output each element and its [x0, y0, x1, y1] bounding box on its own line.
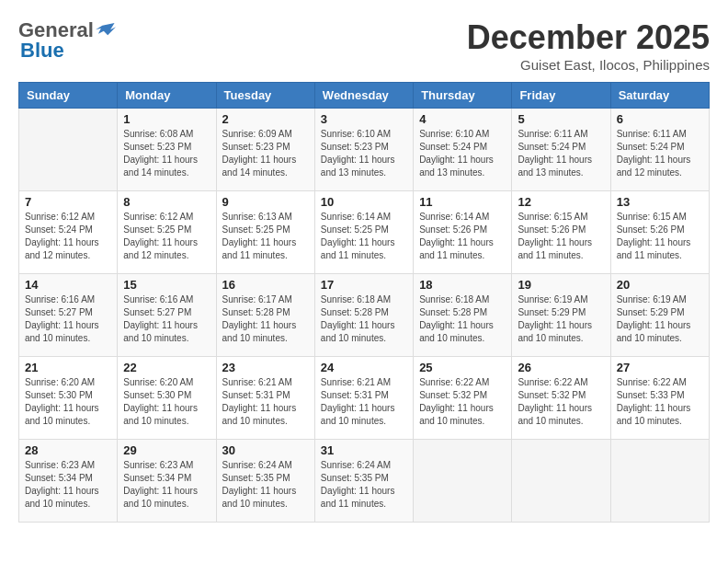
day-number: 9 [222, 195, 309, 209]
day-number: 12 [518, 195, 604, 209]
day-number: 22 [123, 361, 210, 374]
day-info: Sunrise: 6:11 AM Sunset: 5:24 PM Dayligh… [518, 128, 604, 179]
header-sunday: Sunday [19, 83, 118, 109]
day-info: Sunrise: 6:10 AM Sunset: 5:23 PM Dayligh… [321, 128, 407, 179]
day-cell: 31Sunrise: 6:24 AM Sunset: 5:35 PM Dayli… [314, 440, 413, 523]
day-info: Sunrise: 6:15 AM Sunset: 5:26 PM Dayligh… [518, 211, 604, 262]
day-cell [19, 109, 118, 191]
day-cell: 6Sunrise: 6:11 AM Sunset: 5:24 PM Daylig… [610, 109, 709, 191]
day-number: 8 [123, 195, 210, 209]
day-cell: 2Sunrise: 6:09 AM Sunset: 5:23 PM Daylig… [216, 109, 314, 191]
day-number: 31 [321, 443, 407, 457]
day-number: 7 [25, 195, 111, 209]
day-cell [610, 440, 709, 523]
logo: General Blue [18, 18, 116, 63]
day-info: Sunrise: 6:22 AM Sunset: 5:33 PM Dayligh… [617, 376, 703, 428]
day-cell: 16Sunrise: 6:17 AM Sunset: 5:28 PM Dayli… [216, 274, 314, 357]
day-info: Sunrise: 6:18 AM Sunset: 5:28 PM Dayligh… [419, 293, 506, 345]
day-number: 27 [617, 361, 703, 374]
day-number: 6 [617, 112, 703, 126]
day-info: Sunrise: 6:18 AM Sunset: 5:28 PM Dayligh… [321, 293, 407, 345]
header-tuesday: Tuesday [216, 83, 314, 109]
day-cell: 12Sunrise: 6:15 AM Sunset: 5:26 PM Dayli… [512, 191, 610, 274]
day-info: Sunrise: 6:24 AM Sunset: 5:35 PM Dayligh… [321, 459, 407, 511]
day-info: Sunrise: 6:21 AM Sunset: 5:31 PM Dayligh… [321, 376, 407, 428]
day-number: 1 [123, 112, 210, 126]
day-cell: 29Sunrise: 6:23 AM Sunset: 5:34 PM Dayli… [118, 440, 216, 523]
header-wednesday: Wednesday [314, 83, 413, 109]
day-info: Sunrise: 6:15 AM Sunset: 5:26 PM Dayligh… [617, 211, 703, 262]
day-number: 20 [617, 278, 703, 292]
day-cell: 1Sunrise: 6:08 AM Sunset: 5:23 PM Daylig… [118, 109, 216, 191]
week-row-3: 21Sunrise: 6:20 AM Sunset: 5:30 PM Dayli… [19, 357, 710, 440]
day-cell: 18Sunrise: 6:18 AM Sunset: 5:28 PM Dayli… [414, 274, 512, 357]
day-number: 16 [222, 278, 309, 292]
week-row-1: 7Sunrise: 6:12 AM Sunset: 5:24 PM Daylig… [19, 191, 710, 274]
day-number: 25 [419, 361, 506, 374]
location: Guiset East, Ilocos, Philippines [467, 57, 710, 73]
day-cell: 28Sunrise: 6:23 AM Sunset: 5:34 PM Dayli… [19, 440, 118, 523]
week-row-4: 28Sunrise: 6:23 AM Sunset: 5:34 PM Dayli… [19, 440, 710, 523]
week-row-2: 14Sunrise: 6:16 AM Sunset: 5:27 PM Dayli… [19, 274, 710, 357]
day-cell: 9Sunrise: 6:13 AM Sunset: 5:25 PM Daylig… [216, 191, 314, 274]
header-thursday: Thursday [414, 83, 512, 109]
header-saturday: Saturday [610, 83, 709, 109]
day-info: Sunrise: 6:19 AM Sunset: 5:29 PM Dayligh… [518, 293, 604, 345]
title-block: December 2025 Guiset East, Ilocos, Phili… [467, 18, 710, 73]
day-number: 13 [617, 195, 703, 209]
day-cell: 4Sunrise: 6:10 AM Sunset: 5:24 PM Daylig… [414, 109, 512, 191]
day-info: Sunrise: 6:19 AM Sunset: 5:29 PM Dayligh… [617, 293, 703, 345]
day-cell: 15Sunrise: 6:16 AM Sunset: 5:27 PM Dayli… [118, 274, 216, 357]
day-number: 3 [321, 112, 407, 126]
day-info: Sunrise: 6:24 AM Sunset: 5:35 PM Dayligh… [222, 459, 309, 511]
day-number: 2 [222, 112, 309, 126]
day-info: Sunrise: 6:20 AM Sunset: 5:30 PM Dayligh… [123, 376, 210, 428]
logo-bird-icon [96, 20, 116, 40]
day-number: 19 [518, 278, 604, 292]
day-info: Sunrise: 6:23 AM Sunset: 5:34 PM Dayligh… [25, 459, 111, 511]
day-info: Sunrise: 6:13 AM Sunset: 5:25 PM Dayligh… [222, 211, 309, 262]
day-info: Sunrise: 6:10 AM Sunset: 5:24 PM Dayligh… [419, 128, 506, 179]
day-number: 15 [123, 278, 210, 292]
month-title: December 2025 [467, 18, 710, 57]
day-cell: 14Sunrise: 6:16 AM Sunset: 5:27 PM Dayli… [19, 274, 118, 357]
day-number: 14 [25, 278, 111, 292]
day-info: Sunrise: 6:20 AM Sunset: 5:30 PM Dayligh… [25, 376, 111, 428]
day-cell: 19Sunrise: 6:19 AM Sunset: 5:29 PM Dayli… [512, 274, 610, 357]
day-info: Sunrise: 6:16 AM Sunset: 5:27 PM Dayligh… [123, 293, 210, 345]
day-info: Sunrise: 6:12 AM Sunset: 5:24 PM Dayligh… [25, 211, 111, 262]
page-header: General Blue December 2025 Guiset East, … [18, 18, 710, 73]
day-info: Sunrise: 6:12 AM Sunset: 5:25 PM Dayligh… [123, 211, 210, 262]
day-info: Sunrise: 6:21 AM Sunset: 5:31 PM Dayligh… [222, 376, 309, 428]
calendar-table: SundayMondayTuesdayWednesdayThursdayFrid… [18, 82, 710, 523]
day-cell [414, 440, 512, 523]
day-info: Sunrise: 6:14 AM Sunset: 5:26 PM Dayligh… [419, 211, 506, 262]
day-cell: 10Sunrise: 6:14 AM Sunset: 5:25 PM Dayli… [314, 191, 413, 274]
day-number: 17 [321, 278, 407, 292]
day-cell: 23Sunrise: 6:21 AM Sunset: 5:31 PM Dayli… [216, 357, 314, 440]
day-number: 26 [518, 361, 604, 374]
day-number: 30 [222, 443, 309, 457]
day-info: Sunrise: 6:17 AM Sunset: 5:28 PM Dayligh… [222, 293, 309, 345]
day-cell: 22Sunrise: 6:20 AM Sunset: 5:30 PM Dayli… [118, 357, 216, 440]
day-info: Sunrise: 6:23 AM Sunset: 5:34 PM Dayligh… [123, 459, 210, 511]
day-number: 10 [321, 195, 407, 209]
day-cell: 5Sunrise: 6:11 AM Sunset: 5:24 PM Daylig… [512, 109, 610, 191]
day-cell: 21Sunrise: 6:20 AM Sunset: 5:30 PM Dayli… [19, 357, 118, 440]
day-number: 5 [518, 112, 604, 126]
day-number: 23 [222, 361, 309, 374]
day-cell: 8Sunrise: 6:12 AM Sunset: 5:25 PM Daylig… [118, 191, 216, 274]
day-number: 29 [123, 443, 210, 457]
day-cell: 26Sunrise: 6:22 AM Sunset: 5:32 PM Dayli… [512, 357, 610, 440]
day-cell: 11Sunrise: 6:14 AM Sunset: 5:26 PM Dayli… [414, 191, 512, 274]
day-cell: 24Sunrise: 6:21 AM Sunset: 5:31 PM Dayli… [314, 357, 413, 440]
day-info: Sunrise: 6:11 AM Sunset: 5:24 PM Dayligh… [617, 128, 703, 179]
day-number: 18 [419, 278, 506, 292]
day-number: 24 [321, 361, 407, 374]
header-monday: Monday [118, 83, 216, 109]
day-cell: 30Sunrise: 6:24 AM Sunset: 5:35 PM Dayli… [216, 440, 314, 523]
day-info: Sunrise: 6:22 AM Sunset: 5:32 PM Dayligh… [518, 376, 604, 428]
day-cell: 7Sunrise: 6:12 AM Sunset: 5:24 PM Daylig… [19, 191, 118, 274]
day-cell: 20Sunrise: 6:19 AM Sunset: 5:29 PM Dayli… [610, 274, 709, 357]
day-cell: 17Sunrise: 6:18 AM Sunset: 5:28 PM Dayli… [314, 274, 413, 357]
